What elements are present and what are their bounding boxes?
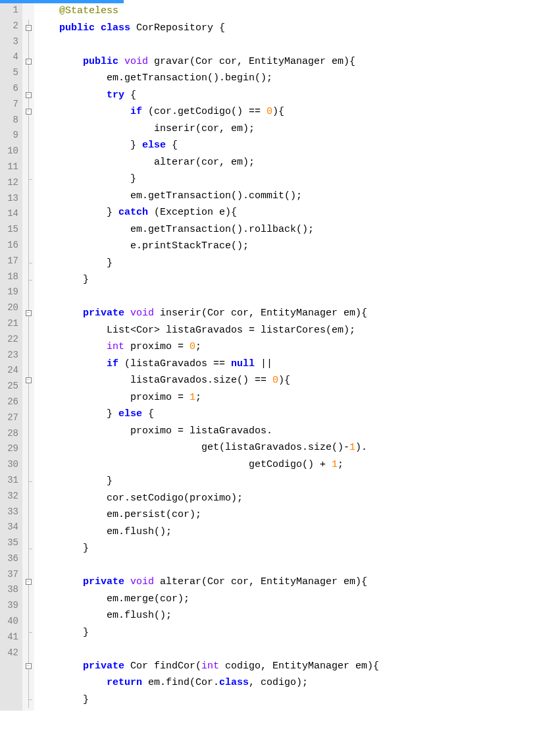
code-line[interactable] bbox=[36, 557, 379, 574]
code-token: int bbox=[201, 661, 219, 672]
fold-cell: - bbox=[22, 574, 34, 591]
code-token: try bbox=[107, 90, 124, 101]
code-line[interactable]: proximo = listaGravados. bbox=[36, 423, 379, 440]
code-line[interactable]: return em.find(Cor.class, codigo); bbox=[36, 674, 379, 691]
line-number: 6 bbox=[3, 81, 18, 97]
code-line[interactable]: } bbox=[36, 624, 379, 641]
fold-toggle-icon[interactable]: - bbox=[26, 109, 32, 115]
code-token: } bbox=[36, 274, 89, 285]
line-number: 10 bbox=[3, 144, 18, 159]
line-number: 9 bbox=[3, 128, 18, 144]
code-token: List<Cor> listaGravados = listarCores(em… bbox=[36, 325, 355, 336]
code-line[interactable]: } bbox=[36, 540, 379, 557]
code-line[interactable]: alterar(cor, em); bbox=[36, 154, 379, 171]
code-line[interactable]: cor.setCodigo(proximo); bbox=[36, 490, 379, 507]
code-token: 1 bbox=[332, 459, 338, 470]
line-number: 16 bbox=[3, 238, 18, 254]
code-line[interactable]: inserir(cor, em); bbox=[36, 121, 379, 138]
line-number: 22 bbox=[3, 332, 18, 348]
line-number: 37 bbox=[3, 567, 18, 583]
fold-cell bbox=[22, 674, 34, 691]
fold-toggle-icon[interactable]: - bbox=[26, 310, 32, 316]
code-token: ; bbox=[195, 392, 201, 403]
code-line[interactable]: @Stateless bbox=[36, 3, 379, 20]
code-line[interactable]: if (listaGravados == null || bbox=[36, 356, 379, 373]
code-area[interactable]: @Stateless public class CorRepository { … bbox=[34, 0, 382, 711]
fold-cell bbox=[22, 288, 34, 306]
fold-cell bbox=[22, 137, 34, 154]
fold-cell: - bbox=[22, 658, 34, 675]
code-line[interactable]: private void inserir(Cor cor, EntityMana… bbox=[36, 305, 379, 322]
fold-toggle-icon[interactable]: - bbox=[26, 377, 32, 383]
fold-cell bbox=[22, 338, 34, 356]
line-number: 21 bbox=[3, 316, 18, 332]
code-line[interactable]: em.getTransaction().commit(); bbox=[36, 188, 379, 205]
code-line[interactable]: getCodigo() + 1; bbox=[36, 456, 379, 474]
code-line[interactable]: } bbox=[36, 271, 379, 288]
code-line[interactable]: proximo = 1; bbox=[36, 389, 379, 406]
line-number: 2 bbox=[3, 18, 18, 34]
code-line[interactable]: em.getTransaction().rollback(); bbox=[36, 221, 379, 238]
code-line[interactable]: } bbox=[36, 473, 379, 490]
fold-toggle-icon[interactable]: - bbox=[26, 92, 32, 98]
code-line[interactable] bbox=[36, 288, 379, 306]
code-line[interactable]: em.flush(); bbox=[36, 607, 379, 624]
fold-cell bbox=[22, 271, 34, 288]
code-line[interactable]: } bbox=[36, 255, 379, 272]
code-token: private bbox=[83, 661, 124, 672]
code-line[interactable]: } else { bbox=[36, 406, 379, 423]
fold-toggle-icon[interactable]: - bbox=[26, 59, 32, 65]
code-line[interactable]: int proximo = 0; bbox=[36, 338, 379, 356]
code-line[interactable] bbox=[36, 36, 379, 53]
code-token: { bbox=[142, 408, 154, 420]
line-number-gutter[interactable]: 1234567891011121314151617181920212223242… bbox=[0, 0, 22, 711]
code-line[interactable]: em.persist(cor); bbox=[36, 506, 379, 524]
fold-cell bbox=[22, 406, 34, 423]
code-line[interactable]: em.merge(cor); bbox=[36, 591, 379, 608]
fold-cell bbox=[22, 624, 34, 641]
code-line[interactable]: } bbox=[36, 171, 379, 188]
fold-toggle-icon[interactable]: - bbox=[26, 25, 32, 31]
code-token: } bbox=[36, 627, 89, 638]
code-line[interactable]: } catch (Exception e){ bbox=[36, 204, 379, 221]
code-token: cor.setCodigo(proximo); bbox=[36, 493, 243, 504]
code-line[interactable]: em.getTransaction().begin(); bbox=[36, 70, 379, 87]
code-line[interactable]: get(listaGravados.size()-1). bbox=[36, 439, 379, 456]
code-token: (Exception e){ bbox=[148, 207, 237, 218]
fold-toggle-icon[interactable]: - bbox=[26, 663, 32, 669]
fold-gutter[interactable]: -------- bbox=[22, 0, 34, 711]
code-token bbox=[36, 677, 107, 688]
code-line[interactable]: } else { bbox=[36, 137, 379, 154]
line-number: 34 bbox=[3, 520, 18, 535]
fold-toggle-icon[interactable]: - bbox=[26, 579, 32, 585]
code-token: 0 bbox=[267, 106, 272, 117]
code-line[interactable]: public class CorRepository { bbox=[36, 20, 379, 37]
code-token bbox=[36, 358, 107, 369]
code-line[interactable] bbox=[36, 641, 379, 658]
code-line[interactable]: try { bbox=[36, 87, 379, 104]
code-token bbox=[36, 576, 83, 587]
code-token: private bbox=[83, 308, 124, 319]
code-token bbox=[36, 56, 83, 67]
code-editor[interactable]: 1234567891011121314151617181920212223242… bbox=[0, 0, 560, 711]
fold-cell: - bbox=[22, 103, 34, 121]
code-line[interactable]: List<Cor> listaGravados = listarCores(em… bbox=[36, 322, 379, 339]
line-number: 32 bbox=[3, 489, 18, 504]
code-line[interactable]: if (cor.getCodigo() == 0){ bbox=[36, 103, 379, 121]
code-line[interactable]: em.flush(); bbox=[36, 524, 379, 541]
fold-cell bbox=[22, 456, 34, 474]
code-line[interactable]: listaGravados.size() == 0){ bbox=[36, 372, 379, 389]
code-token: CorRepository { bbox=[130, 22, 225, 34]
fold-cell bbox=[22, 36, 34, 53]
code-token: em.flush(); bbox=[36, 526, 172, 537]
code-line[interactable]: private void alterar(Cor cor, EntityMana… bbox=[36, 574, 379, 591]
code-line[interactable]: } bbox=[36, 691, 379, 709]
fold-cell bbox=[22, 506, 34, 524]
code-token: Cor findCor( bbox=[124, 661, 201, 672]
line-number: 27 bbox=[3, 410, 18, 426]
code-token: ){ bbox=[272, 106, 284, 117]
code-token: return bbox=[107, 677, 142, 688]
code-line[interactable]: private Cor findCor(int codigo, EntityMa… bbox=[36, 658, 379, 675]
code-line[interactable]: public void gravar(Cor cor, EntityManage… bbox=[36, 53, 379, 70]
code-line[interactable]: e.printStackTrace(); bbox=[36, 238, 379, 255]
